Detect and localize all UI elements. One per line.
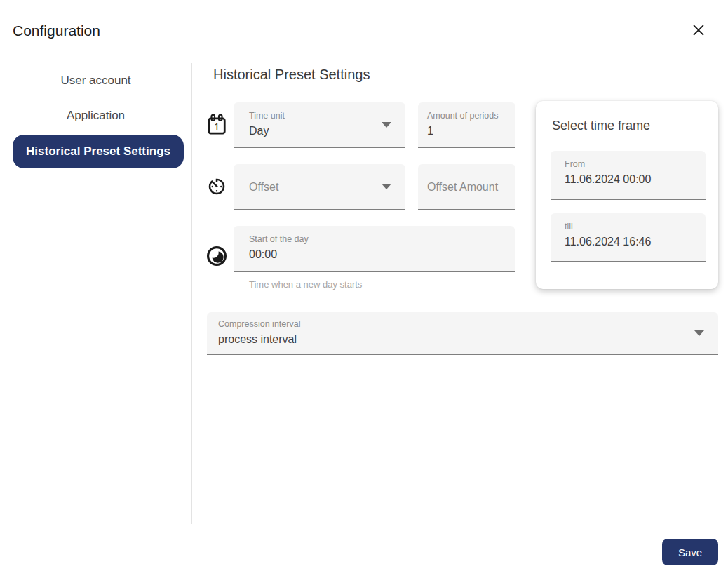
close-icon bbox=[691, 22, 706, 38]
time-frame-from-field[interactable]: From 11.06.2024 00:00 bbox=[551, 151, 706, 200]
stopwatch-icon bbox=[205, 175, 228, 198]
time-frame-till-label: till bbox=[565, 222, 706, 231]
time-frame-till-field[interactable]: till 11.06.2024 16:46 bbox=[551, 213, 706, 262]
amount-of-periods-field[interactable]: Amount of periods 1 bbox=[418, 102, 515, 148]
save-button-label: Save bbox=[678, 546, 702, 558]
amount-of-periods-label: Amount of periods bbox=[427, 112, 515, 121]
offset-amount-field[interactable]: Offset Amount bbox=[418, 164, 515, 210]
compression-interval-label: Compression interval bbox=[218, 320, 718, 329]
time-frame-title: Select time frame bbox=[552, 119, 650, 133]
offset-select[interactable]: Offset bbox=[234, 164, 405, 210]
compression-interval-select[interactable]: Compression interval process interval bbox=[207, 312, 718, 355]
day-start-moon-icon bbox=[205, 244, 229, 268]
compression-interval-value: process interval bbox=[218, 334, 718, 345]
sidebar-item-historical-preset-settings[interactable]: Historical Preset Settings bbox=[13, 135, 184, 168]
start-of-day-field[interactable]: Start of the day 00:00 bbox=[234, 226, 515, 272]
sidebar-item-user-account[interactable]: User account bbox=[0, 74, 191, 88]
time-frame-from-value: 11.06.2024 00:00 bbox=[565, 174, 706, 185]
page-title: Historical Preset Settings bbox=[213, 67, 370, 83]
time-unit-select[interactable]: Time unit Day bbox=[234, 102, 405, 148]
sidebar-item-label: Historical Preset Settings bbox=[26, 144, 170, 159]
chevron-down-icon bbox=[382, 184, 391, 189]
chevron-down-icon bbox=[694, 330, 704, 336]
start-of-day-helper-text: Time when a new day starts bbox=[249, 279, 362, 290]
amount-of-periods-value: 1 bbox=[427, 126, 515, 137]
chevron-down-icon bbox=[382, 122, 391, 128]
start-of-day-label: Start of the day bbox=[249, 235, 515, 244]
time-frame-from-label: From bbox=[565, 160, 706, 169]
time-frame-till-value: 11.06.2024 16:46 bbox=[565, 236, 706, 248]
offset-amount-placeholder: Offset Amount bbox=[427, 182, 515, 193]
save-button[interactable]: Save bbox=[662, 539, 718, 565]
dialog-title: Configuration bbox=[13, 22, 100, 39]
start-of-day-value: 00:00 bbox=[249, 249, 515, 260]
time-frame-card: Select time frame From 11.06.2024 00:00 … bbox=[536, 101, 718, 289]
sidebar-divider bbox=[191, 63, 192, 524]
sidebar-item-application[interactable]: Application bbox=[0, 109, 191, 123]
calendar-day-icon: 1 bbox=[205, 112, 228, 140]
close-button[interactable] bbox=[687, 19, 710, 41]
svg-text:1: 1 bbox=[214, 122, 220, 133]
time-unit-label: Time unit bbox=[249, 112, 405, 121]
